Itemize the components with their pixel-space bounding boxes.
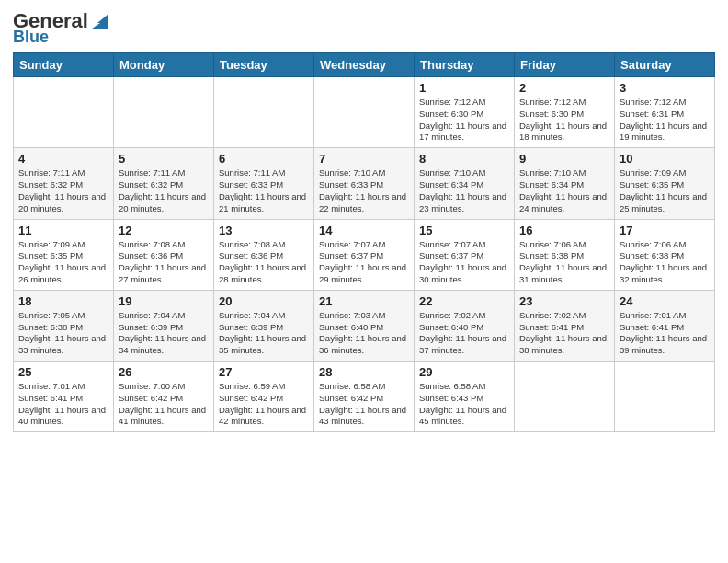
calendar-cell: 25Sunrise: 7:01 AM Sunset: 6:41 PM Dayli… xyxy=(14,362,114,432)
calendar-cell: 17Sunrise: 7:06 AM Sunset: 6:38 PM Dayli… xyxy=(615,219,715,290)
day-info: Sunrise: 7:02 AM Sunset: 6:41 PM Dayligh… xyxy=(519,310,609,357)
day-number: 1 xyxy=(419,81,509,95)
day-number: 16 xyxy=(519,224,609,237)
day-info: Sunrise: 6:59 AM Sunset: 6:42 PM Dayligh… xyxy=(219,381,309,428)
calendar-cell: 19Sunrise: 7:04 AM Sunset: 6:39 PM Dayli… xyxy=(114,290,214,361)
page: General Blue SundayMondayTuesdayWednesda… xyxy=(0,0,728,563)
calendar-cell xyxy=(314,77,415,148)
calendar-week-row: 1Sunrise: 7:12 AM Sunset: 6:30 PM Daylig… xyxy=(14,77,715,148)
calendar-cell: 15Sunrise: 7:07 AM Sunset: 6:37 PM Dayli… xyxy=(415,219,515,290)
calendar-cell xyxy=(615,362,715,432)
day-number: 3 xyxy=(620,81,710,95)
day-info: Sunrise: 7:00 AM Sunset: 6:42 PM Dayligh… xyxy=(119,381,209,428)
day-info: Sunrise: 7:12 AM Sunset: 6:30 PM Dayligh… xyxy=(519,97,609,144)
day-number: 14 xyxy=(319,224,409,237)
calendar-cell: 16Sunrise: 7:06 AM Sunset: 6:38 PM Dayli… xyxy=(515,219,615,290)
day-number: 10 xyxy=(620,152,710,166)
logo-container: General Blue xyxy=(13,9,110,47)
day-info: Sunrise: 7:04 AM Sunset: 6:39 PM Dayligh… xyxy=(119,310,209,357)
calendar-cell: 5Sunrise: 7:11 AM Sunset: 6:32 PM Daylig… xyxy=(114,148,214,219)
day-info: Sunrise: 7:12 AM Sunset: 6:31 PM Dayligh… xyxy=(620,97,710,144)
logo-blue-text: Blue xyxy=(13,28,49,47)
day-info: Sunrise: 7:06 AM Sunset: 6:38 PM Dayligh… xyxy=(519,239,609,286)
day-number: 21 xyxy=(319,294,409,308)
day-number: 24 xyxy=(620,294,710,308)
day-info: Sunrise: 7:05 AM Sunset: 6:38 PM Dayligh… xyxy=(18,310,108,357)
logo: General Blue xyxy=(13,9,110,47)
calendar-header-saturday: Saturday xyxy=(615,53,715,77)
day-info: Sunrise: 7:12 AM Sunset: 6:30 PM Dayligh… xyxy=(419,97,509,144)
calendar-cell: 14Sunrise: 7:07 AM Sunset: 6:37 PM Dayli… xyxy=(314,219,415,290)
calendar-cell xyxy=(515,362,615,432)
calendar-cell: 2Sunrise: 7:12 AM Sunset: 6:30 PM Daylig… xyxy=(515,77,615,148)
calendar-cell: 20Sunrise: 7:04 AM Sunset: 6:39 PM Dayli… xyxy=(214,290,314,361)
day-number: 19 xyxy=(119,294,209,308)
calendar-week-row: 18Sunrise: 7:05 AM Sunset: 6:38 PM Dayli… xyxy=(14,290,715,361)
day-number: 4 xyxy=(18,152,108,166)
calendar-cell: 13Sunrise: 7:08 AM Sunset: 6:36 PM Dayli… xyxy=(214,219,314,290)
day-number: 27 xyxy=(219,365,309,379)
calendar-cell: 26Sunrise: 7:00 AM Sunset: 6:42 PM Dayli… xyxy=(114,362,214,432)
calendar-cell: 9Sunrise: 7:10 AM Sunset: 6:34 PM Daylig… xyxy=(515,148,615,219)
day-info: Sunrise: 7:10 AM Sunset: 6:34 PM Dayligh… xyxy=(419,167,509,214)
day-info: Sunrise: 7:01 AM Sunset: 6:41 PM Dayligh… xyxy=(18,381,108,428)
calendar-cell xyxy=(114,77,214,148)
day-number: 8 xyxy=(419,152,509,166)
calendar-header-tuesday: Tuesday xyxy=(214,53,314,77)
day-number: 5 xyxy=(119,152,209,166)
calendar-header-thursday: Thursday xyxy=(415,53,515,77)
calendar-table: SundayMondayTuesdayWednesdayThursdayFrid… xyxy=(13,52,715,432)
day-info: Sunrise: 7:10 AM Sunset: 6:34 PM Dayligh… xyxy=(519,167,609,214)
day-info: Sunrise: 7:11 AM Sunset: 6:32 PM Dayligh… xyxy=(18,167,108,214)
day-number: 17 xyxy=(620,224,710,237)
calendar-cell: 27Sunrise: 6:59 AM Sunset: 6:42 PM Dayli… xyxy=(214,362,314,432)
day-number: 20 xyxy=(219,294,309,308)
calendar-cell: 10Sunrise: 7:09 AM Sunset: 6:35 PM Dayli… xyxy=(615,148,715,219)
calendar-cell: 29Sunrise: 6:58 AM Sunset: 6:43 PM Dayli… xyxy=(415,362,515,432)
day-info: Sunrise: 6:58 AM Sunset: 6:42 PM Dayligh… xyxy=(319,381,409,428)
calendar-cell: 21Sunrise: 7:03 AM Sunset: 6:40 PM Dayli… xyxy=(314,290,415,361)
day-info: Sunrise: 7:08 AM Sunset: 6:36 PM Dayligh… xyxy=(219,239,309,286)
calendar-header-wednesday: Wednesday xyxy=(314,53,415,77)
day-number: 13 xyxy=(219,224,309,237)
calendar-week-row: 4Sunrise: 7:11 AM Sunset: 6:32 PM Daylig… xyxy=(14,148,715,219)
day-info: Sunrise: 7:08 AM Sunset: 6:36 PM Dayligh… xyxy=(119,239,209,286)
day-info: Sunrise: 7:02 AM Sunset: 6:40 PM Dayligh… xyxy=(419,310,509,357)
day-number: 12 xyxy=(119,224,209,237)
calendar-header-monday: Monday xyxy=(114,53,214,77)
svg-marker-1 xyxy=(97,14,108,23)
day-info: Sunrise: 7:06 AM Sunset: 6:38 PM Dayligh… xyxy=(620,239,710,286)
calendar-cell: 23Sunrise: 7:02 AM Sunset: 6:41 PM Dayli… xyxy=(515,290,615,361)
calendar-week-row: 11Sunrise: 7:09 AM Sunset: 6:35 PM Dayli… xyxy=(14,219,715,290)
day-number: 2 xyxy=(519,81,609,95)
day-info: Sunrise: 7:11 AM Sunset: 6:32 PM Dayligh… xyxy=(119,167,209,214)
calendar-cell: 22Sunrise: 7:02 AM Sunset: 6:40 PM Dayli… xyxy=(415,290,515,361)
calendar-cell: 1Sunrise: 7:12 AM Sunset: 6:30 PM Daylig… xyxy=(415,77,515,148)
day-number: 28 xyxy=(319,365,409,379)
logo-bird-icon xyxy=(90,12,110,30)
calendar-cell xyxy=(214,77,314,148)
day-info: Sunrise: 7:11 AM Sunset: 6:33 PM Dayligh… xyxy=(219,167,309,214)
calendar-cell: 18Sunrise: 7:05 AM Sunset: 6:38 PM Dayli… xyxy=(14,290,114,361)
day-number: 6 xyxy=(219,152,309,166)
day-info: Sunrise: 7:09 AM Sunset: 6:35 PM Dayligh… xyxy=(620,167,710,214)
day-number: 9 xyxy=(519,152,609,166)
day-number: 26 xyxy=(119,365,209,379)
day-info: Sunrise: 7:07 AM Sunset: 6:37 PM Dayligh… xyxy=(319,239,409,286)
day-number: 15 xyxy=(419,224,509,237)
calendar-header-row: SundayMondayTuesdayWednesdayThursdayFrid… xyxy=(14,53,715,77)
day-number: 11 xyxy=(18,224,108,237)
day-number: 23 xyxy=(519,294,609,308)
day-number: 22 xyxy=(419,294,509,308)
calendar-cell xyxy=(14,77,114,148)
calendar-cell: 11Sunrise: 7:09 AM Sunset: 6:35 PM Dayli… xyxy=(14,219,114,290)
calendar-header-sunday: Sunday xyxy=(14,53,114,77)
calendar-week-row: 25Sunrise: 7:01 AM Sunset: 6:41 PM Dayli… xyxy=(14,362,715,432)
day-number: 29 xyxy=(419,365,509,379)
header: General Blue xyxy=(13,9,715,47)
calendar-cell: 4Sunrise: 7:11 AM Sunset: 6:32 PM Daylig… xyxy=(14,148,114,219)
calendar-cell: 6Sunrise: 7:11 AM Sunset: 6:33 PM Daylig… xyxy=(214,148,314,219)
day-info: Sunrise: 7:09 AM Sunset: 6:35 PM Dayligh… xyxy=(18,239,108,286)
calendar-cell: 24Sunrise: 7:01 AM Sunset: 6:41 PM Dayli… xyxy=(615,290,715,361)
calendar-cell: 3Sunrise: 7:12 AM Sunset: 6:31 PM Daylig… xyxy=(615,77,715,148)
